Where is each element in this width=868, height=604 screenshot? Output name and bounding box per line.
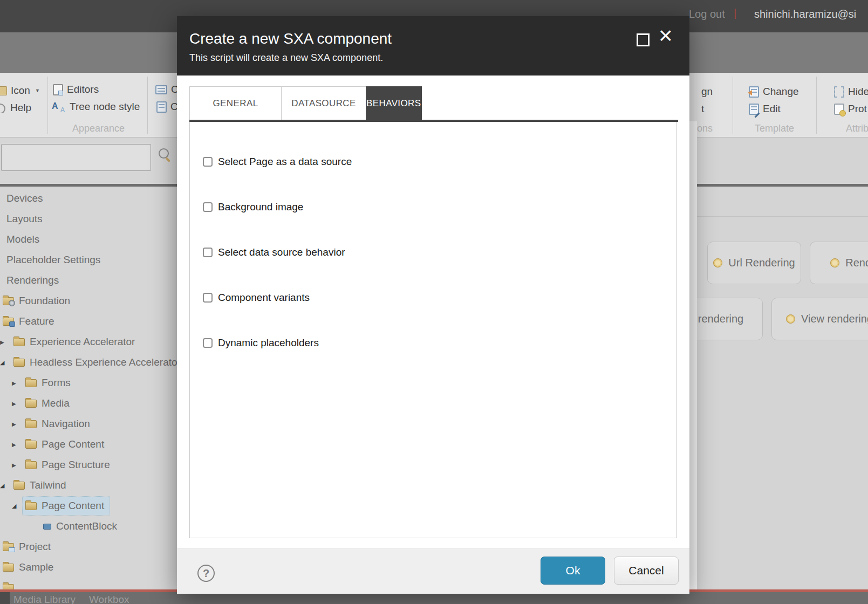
help-button[interactable]: Help xyxy=(0,101,31,114)
dialog-footer: ? Ok Cancel xyxy=(177,548,689,594)
expand-arrow-icon[interactable] xyxy=(12,503,19,510)
tree-item-icon xyxy=(3,297,14,305)
bottom-tab-media-library[interactable]: Media Library xyxy=(13,594,76,604)
icon-button[interactable]: Icon ▼ xyxy=(0,84,40,97)
behavior-option-row[interactable]: Background image xyxy=(203,202,676,212)
tree-item-icon xyxy=(25,379,37,387)
ok-button[interactable]: Ok xyxy=(541,557,605,585)
bottom-tab-workbox[interactable]: Workbox xyxy=(89,594,129,604)
expand-arrow-icon[interactable] xyxy=(12,421,19,427)
tree-item[interactable]: Headless Experience Accelerator xyxy=(0,352,177,373)
tree-item[interactable]: Navigation xyxy=(0,414,177,434)
tree-item[interactable]: Renderings xyxy=(0,270,177,291)
partial-label-assign: gn xyxy=(701,85,713,98)
checkbox[interactable] xyxy=(203,338,213,348)
tree-item[interactable] xyxy=(0,578,177,589)
logout-link[interactable]: Log out xyxy=(689,8,725,20)
tree-item[interactable]: Media xyxy=(0,393,177,414)
tree-item[interactable]: Feature xyxy=(0,311,177,332)
tree-item[interactable]: Tailwind xyxy=(0,475,177,496)
group-label-template: Template xyxy=(733,123,816,134)
behavior-option-row[interactable]: Select data source behavior xyxy=(203,247,676,258)
checkbox[interactable] xyxy=(203,293,213,303)
expand-arrow-icon[interactable] xyxy=(0,339,8,345)
cancel-button[interactable]: Cancel xyxy=(614,557,679,585)
group-label-appearance: Appearance xyxy=(50,123,147,134)
hide-button[interactable]: Hide xyxy=(834,85,868,98)
partial-button-1[interactable]: C xyxy=(155,83,179,96)
url-rendering-chip[interactable]: Url Rendering xyxy=(707,242,801,284)
tree-item[interactable]: Page Structure xyxy=(0,455,177,475)
behavior-option-row[interactable]: Select Page as a data source xyxy=(203,156,676,167)
content-pane-divider xyxy=(697,216,868,217)
checkbox[interactable] xyxy=(203,157,213,167)
create-sxa-component-dialog: Create a new SXA component This script w… xyxy=(177,16,689,594)
page-icon xyxy=(53,84,63,95)
username-label: shinichi.haramizu@si xyxy=(754,8,856,20)
tree-item-icon xyxy=(3,584,14,590)
expand-arrow-icon[interactable] xyxy=(12,442,19,448)
tree-item[interactable]: Foundation xyxy=(0,291,177,311)
maximize-button[interactable] xyxy=(637,33,650,46)
tree-item[interactable]: Project xyxy=(0,537,177,557)
dialog-subtitle: This script will create a new SXA compon… xyxy=(189,52,383,64)
protect-button[interactable]: Prot xyxy=(834,102,867,115)
tree-item[interactable]: Page Content xyxy=(0,496,177,516)
tree-item[interactable]: Devices xyxy=(0,188,177,209)
tree-item-label: Project xyxy=(19,541,51,553)
tree-item[interactable]: Forms xyxy=(0,373,177,393)
expand-arrow-icon[interactable] xyxy=(0,482,8,489)
expand-arrow-icon[interactable] xyxy=(12,380,19,386)
screen: Log out | shinichi.haramizu@si ME NAVIGA… xyxy=(0,0,868,604)
dialog-tab[interactable]: DATASOURCE xyxy=(281,86,366,120)
expand-arrow-icon[interactable] xyxy=(12,462,19,468)
help-icon[interactable]: ? xyxy=(197,565,215,582)
partial-button-2[interactable]: C xyxy=(156,100,178,113)
tree-item-label: Layouts xyxy=(6,213,43,225)
expand-arrow-icon[interactable] xyxy=(0,359,8,366)
behavior-option-row[interactable]: Component variants xyxy=(203,292,676,303)
tree-item-icon xyxy=(25,441,37,449)
help-icon xyxy=(0,103,6,113)
rendering-icon xyxy=(830,258,839,267)
pane-divider xyxy=(689,121,697,589)
checkbox[interactable] xyxy=(203,202,213,212)
partial-label-reset: t xyxy=(701,102,704,115)
content-tree: Devices Layouts Models xyxy=(0,188,177,589)
bottom-bar-corner xyxy=(0,592,10,604)
group-label-attributes: Attrib xyxy=(846,123,868,134)
font-style-icon xyxy=(52,101,66,113)
tree-item-label: Sample xyxy=(19,561,53,573)
tree-item-icon xyxy=(3,543,14,551)
tree-item-icon xyxy=(43,524,51,530)
tree-item-icon xyxy=(13,338,25,346)
view-rendering-chip[interactable]: View rendering xyxy=(771,298,868,340)
editors-button[interactable]: Editors xyxy=(53,83,99,96)
tree-item-label: Renderings xyxy=(6,274,59,286)
dialog-tab[interactable]: BEHAVIORS xyxy=(366,86,422,120)
tree-item[interactable]: Experience Accelerator xyxy=(0,332,177,352)
tree-item[interactable]: ContentBlock xyxy=(0,516,177,537)
tree-item-icon xyxy=(3,318,14,326)
tree-node-style-button[interactable]: Tree node style xyxy=(52,100,140,113)
behavior-option-row[interactable]: Dynamic placeholders xyxy=(203,338,676,348)
tree-item-label: Page Structure xyxy=(42,459,110,471)
change-template-button[interactable]: Change xyxy=(749,85,799,98)
tree-item[interactable]: Sample xyxy=(0,557,177,578)
tree-item[interactable]: Models xyxy=(0,229,177,250)
edit-template-button[interactable]: Edit xyxy=(749,102,781,115)
change-icon xyxy=(749,86,759,98)
tree-item[interactable]: Page Content xyxy=(0,434,177,455)
dialog-tabs: GENERAL DATASOURCE BEHAVIORS xyxy=(189,86,421,120)
rendering-chip-partial-right[interactable]: Render xyxy=(810,242,868,284)
dialog-tab[interactable]: GENERAL xyxy=(189,86,282,120)
tree-item[interactable]: Placeholder Settings xyxy=(0,250,177,270)
close-icon[interactable]: × xyxy=(659,24,673,47)
expand-arrow-icon[interactable] xyxy=(12,401,19,407)
search-icon[interactable] xyxy=(159,148,174,163)
search-input[interactable] xyxy=(1,144,151,171)
group-label-partial: ions xyxy=(695,123,713,134)
checkbox[interactable] xyxy=(203,248,213,257)
tree-item-label: Devices xyxy=(6,193,43,204)
tree-item[interactable]: Layouts xyxy=(0,209,177,229)
